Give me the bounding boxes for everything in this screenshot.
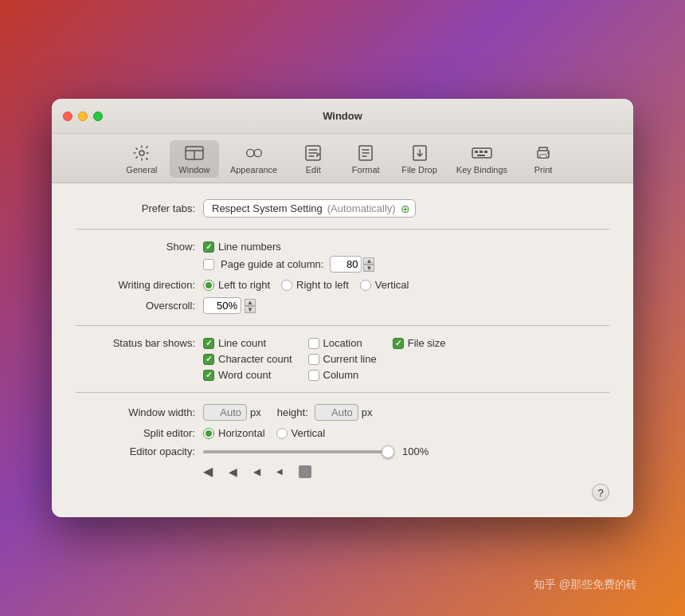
tab-filedrop[interactable]: File Drop <box>393 140 445 178</box>
horizontal-radio[interactable] <box>203 428 214 439</box>
page-guide-input[interactable] <box>330 256 362 273</box>
maximize-button[interactable] <box>93 112 103 121</box>
current-line-option[interactable]: Current line <box>308 353 377 365</box>
tab-appearance[interactable]: Appearance <box>222 140 285 178</box>
ltr-radio[interactable] <box>203 280 214 291</box>
minimize-button[interactable] <box>78 112 88 121</box>
close-button[interactable] <box>63 112 72 121</box>
page-guide-checkbox[interactable] <box>203 259 214 270</box>
status-col-1: Line count Character count Word count <box>203 337 292 381</box>
word-count-checkbox[interactable] <box>203 370 214 381</box>
page-guide-label: Page guide at column: <box>221 258 323 270</box>
help-button[interactable]: ? <box>592 484 609 501</box>
tab-general[interactable]: General <box>117 140 166 178</box>
zoom-medium-icon: ◀ <box>229 465 237 478</box>
current-line-checkbox[interactable] <box>308 354 319 365</box>
location-checkbox[interactable] <box>308 338 319 349</box>
prefer-tabs-dropdown[interactable]: Respect System Setting (Automatically) ⊕ <box>203 199 416 218</box>
status-bar-label: Status bar shows: <box>76 337 203 349</box>
svg-point-4 <box>246 149 253 156</box>
page-guide-stepper: ▲ ▼ <box>363 257 374 272</box>
slider-wrap: 100% <box>203 445 434 457</box>
settings-window: Window General <box>52 99 633 517</box>
split-editor-options: Horizontal Vertical <box>203 427 325 439</box>
height-px-label: px <box>362 406 373 418</box>
tab-print[interactable]: Print <box>519 140 568 178</box>
slider-track[interactable] <box>203 450 394 453</box>
rtl-label: Right to left <box>296 279 349 291</box>
vertical-option[interactable]: Vertical <box>360 279 409 291</box>
tab-window[interactable]: Window <box>170 140 219 178</box>
svg-point-5 <box>254 149 261 156</box>
column-option[interactable]: Column <box>308 369 377 381</box>
location-option[interactable]: Location <box>308 337 377 349</box>
help-wrap: ? <box>76 484 609 501</box>
overscroll-up[interactable]: ▲ <box>245 299 256 306</box>
divider-3 <box>76 392 609 393</box>
divider-2 <box>76 325 609 326</box>
file-size-option[interactable]: File size <box>393 337 446 349</box>
tab-keybindings[interactable]: Key Bindings <box>448 140 515 178</box>
vertical-split-radio[interactable] <box>276 428 288 439</box>
edit-label: Edit <box>306 165 321 175</box>
tab-format[interactable]: Format <box>341 140 390 178</box>
svg-rect-16 <box>540 155 546 158</box>
file-size-checkbox[interactable] <box>393 338 404 349</box>
prefer-tabs-value: Respect System Setting <box>212 202 323 214</box>
ltr-option[interactable]: Left to right <box>203 279 270 291</box>
status-bar-row: Status bar shows: Line count Character c… <box>76 337 609 381</box>
print-label: Print <box>534 165 553 175</box>
line-numbers-option[interactable]: Line numbers <box>203 241 374 253</box>
window-width-label: Window width: <box>76 406 203 418</box>
stepper-up[interactable]: ▲ <box>363 257 374 265</box>
svg-point-0 <box>139 151 144 155</box>
overscroll-down[interactable]: ▼ <box>245 306 256 313</box>
window-label: Window <box>178 165 209 175</box>
dropdown-arrow-icon: ⊕ <box>401 202 410 215</box>
vertical-radio[interactable] <box>360 280 371 291</box>
zoom-icons-row: ◀ ◀ ◀ ◀ <box>203 464 609 479</box>
stepper-down[interactable]: ▼ <box>363 265 374 272</box>
word-count-option[interactable]: Word count <box>203 369 292 381</box>
column-checkbox[interactable] <box>308 370 319 381</box>
status-col-3: File size <box>393 337 446 381</box>
svg-rect-14 <box>477 155 485 156</box>
overscroll-label: Overscroll: <box>76 300 203 312</box>
character-count-option[interactable]: Character count <box>203 353 292 365</box>
filedrop-icon <box>409 143 431 163</box>
zoom-large-icon: ◀ <box>253 466 260 477</box>
vertical-label: Vertical <box>375 279 409 291</box>
line-numbers-checkbox[interactable] <box>203 241 214 253</box>
vertical-split-option[interactable]: Vertical <box>276 427 326 439</box>
window-icon <box>183 143 206 163</box>
slider-thumb[interactable] <box>382 445 394 458</box>
tab-edit[interactable]: Edit <box>288 140 338 178</box>
zoom-xlarge-icon: ◀ <box>276 467 283 476</box>
rtl-option[interactable]: Right to left <box>281 279 349 291</box>
zoom-small-icon: ◀ <box>203 464 213 479</box>
appearance-icon <box>243 143 265 163</box>
filedrop-label: File Drop <box>401 165 437 175</box>
location-label: Location <box>323 337 362 349</box>
horizontal-option[interactable]: Horizontal <box>203 427 265 439</box>
prefer-tabs-label: Prefer tabs: <box>76 202 203 214</box>
editor-opacity-row: Editor opacity: 100% <box>76 445 609 457</box>
general-label: General <box>126 165 157 175</box>
line-count-checkbox[interactable] <box>203 338 214 349</box>
window-width-input[interactable] <box>203 404 247 421</box>
edit-icon <box>302 143 324 163</box>
page-guide-number-wrap: ▲ ▼ <box>330 256 374 273</box>
rtl-radio[interactable] <box>281 280 292 291</box>
line-count-option[interactable]: Line count <box>203 337 292 349</box>
character-count-checkbox[interactable] <box>203 354 214 365</box>
split-editor-label: Split editor: <box>76 427 203 439</box>
editor-opacity-label: Editor opacity: <box>76 445 203 457</box>
vertical-split-label: Vertical <box>292 427 326 439</box>
overscroll-wrap: ▲ ▼ <box>203 297 256 314</box>
show-row: Show: Line numbers Page guide at column:… <box>76 241 609 273</box>
line-numbers-label: Line numbers <box>218 241 281 253</box>
keybindings-label: Key Bindings <box>456 165 507 175</box>
ltr-label: Left to right <box>218 279 270 291</box>
overscroll-input[interactable] <box>203 297 241 314</box>
window-height-input[interactable] <box>315 404 358 421</box>
